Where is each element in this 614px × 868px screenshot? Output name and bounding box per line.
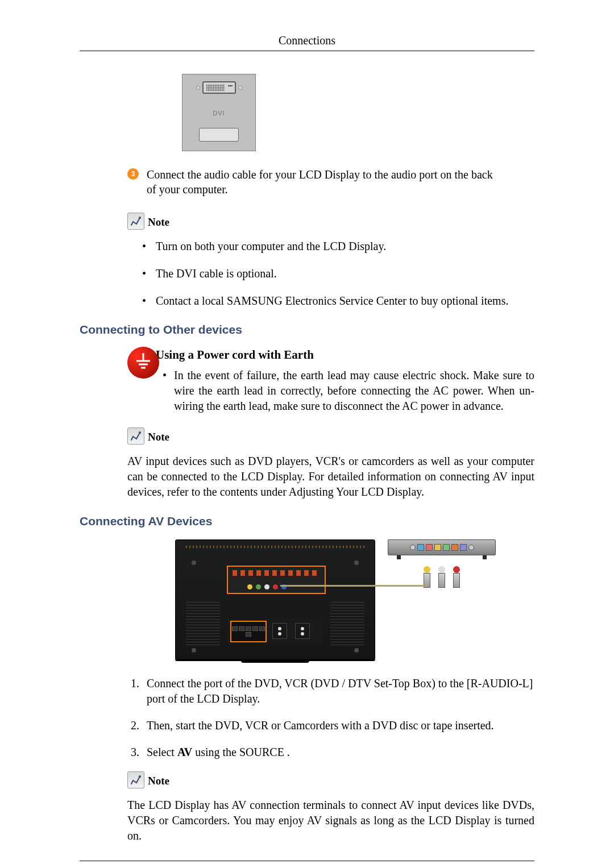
- earth-subheading: Using a Power cord with Earth: [156, 348, 534, 362]
- list-item: Connect the port of the DVD, VCR (DVD / …: [142, 676, 534, 707]
- note-heading-2: Note: [127, 427, 534, 445]
- note-heading-3: Note: [127, 771, 534, 788]
- av-steps-list: Connect the port of the DVD, VCR (DVD / …: [127, 676, 534, 760]
- dvd-player-icon: [388, 539, 496, 588]
- list-item: Then, start the DVD, VCR or Camcorders w…: [142, 718, 534, 733]
- note-paragraph-3: The LCD Display has AV connection termin…: [127, 798, 534, 844]
- note-bullet: The DVI cable is optional.: [142, 266, 534, 281]
- svg-point-0: [139, 217, 141, 219]
- av-cable-line: [280, 585, 428, 587]
- dvi-label: DVI: [189, 110, 248, 117]
- section-heading-other-devices: Connecting to Other devices: [80, 323, 534, 337]
- section-heading-av-devices: Connecting AV Devices: [80, 514, 534, 528]
- note-icon: [127, 771, 144, 788]
- note-icon: [127, 427, 144, 445]
- note-paragraph-2: AV input devices such as DVD players, VC…: [127, 454, 534, 500]
- note-icon: [127, 213, 144, 230]
- header-divider: [80, 51, 534, 51]
- list-item: Select AV using the SOURCE .: [142, 745, 534, 760]
- footer-divider: [80, 861, 534, 861]
- page-header-title: Connections: [80, 34, 534, 51]
- dvi-cable-icon: [199, 128, 239, 142]
- svg-point-6: [139, 775, 141, 778]
- earth-bullet: In the event of failure, the earth lead …: [163, 368, 534, 414]
- note-bullet: Contact a local SAMSUNG Electronics Serv…: [142, 293, 534, 308]
- step-row-3: 3 Connect the audio cable for your LCD D…: [127, 167, 534, 197]
- step-text: Connect the audio cable for your LCD Dis…: [147, 167, 499, 197]
- earth-warning-block: Using a Power cord with Earth In the eve…: [127, 348, 534, 414]
- earth-ground-icon: [127, 347, 159, 379]
- svg-point-5: [139, 431, 141, 434]
- note-bullet: Turn on both your computer and the LCD D…: [142, 239, 534, 254]
- av-connection-diagram: [175, 539, 534, 660]
- note-label: Note: [148, 431, 169, 445]
- dvi-diagram: DVI: [182, 74, 256, 151]
- dvi-port-icon: [202, 81, 236, 94]
- tv-rear-panel-icon: [175, 539, 375, 660]
- note-label: Note: [148, 216, 169, 230]
- note-label: Note: [148, 775, 169, 788]
- step-number-badge: 3: [127, 168, 139, 180]
- note-bullet-list-1: Turn on both your computer and the LCD D…: [142, 239, 534, 308]
- note-heading-1: Note: [127, 213, 534, 230]
